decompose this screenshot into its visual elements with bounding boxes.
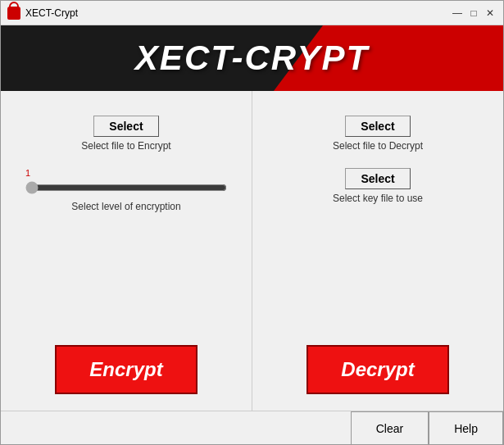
banner-title: XECT-CRYPT (135, 39, 369, 78)
maximize-button[interactable]: □ (467, 7, 480, 20)
bottom-spacer (1, 411, 351, 445)
bottom-bar: Clear Help (1, 411, 503, 445)
slider-value: 1 (25, 168, 30, 178)
slider-track (25, 181, 227, 198)
select-key-label: Select key file to use (333, 193, 423, 204)
title-bar-left: XECT-Crypt (7, 7, 78, 20)
select-encrypt-label: Select file to Encrypt (81, 140, 170, 152)
main-content: Select Select file to Encrypt 1 Select l… (1, 91, 503, 411)
header-banner: XECT-CRYPT (1, 25, 503, 91)
select-file-encrypt-group: Select Select file to Encrypt (81, 116, 170, 152)
select-key-button[interactable]: Select (345, 168, 411, 189)
select-decrypt-button[interactable]: Select (345, 116, 411, 137)
select-file-decrypt-group: Select Select file to Decrypt (333, 116, 423, 152)
title-bar: XECT-Crypt — □ ✕ (1, 1, 503, 25)
clear-button[interactable]: Clear (351, 411, 429, 445)
slider-group: 1 Select level of encryption (17, 168, 235, 212)
decrypt-button[interactable]: Decrypt (306, 345, 448, 394)
close-button[interactable]: ✕ (484, 7, 497, 20)
window-title: XECT-Crypt (25, 7, 78, 19)
lock-icon (7, 7, 20, 20)
select-key-group: Select Select key file to use (333, 168, 423, 204)
slider-label: Select level of encryption (71, 201, 180, 212)
title-bar-controls: — □ ✕ (451, 7, 497, 20)
encrypt-button[interactable]: Encrypt (55, 345, 197, 394)
minimize-button[interactable]: — (451, 7, 464, 20)
help-button[interactable]: Help (429, 411, 503, 445)
left-panel: Select Select file to Encrypt 1 Select l… (1, 91, 252, 411)
right-panel: Select Select file to Decrypt Select Sel… (252, 91, 503, 411)
select-encrypt-button[interactable]: Select (93, 116, 159, 137)
select-decrypt-label: Select file to Decrypt (333, 140, 423, 152)
encryption-level-slider[interactable] (25, 181, 227, 194)
